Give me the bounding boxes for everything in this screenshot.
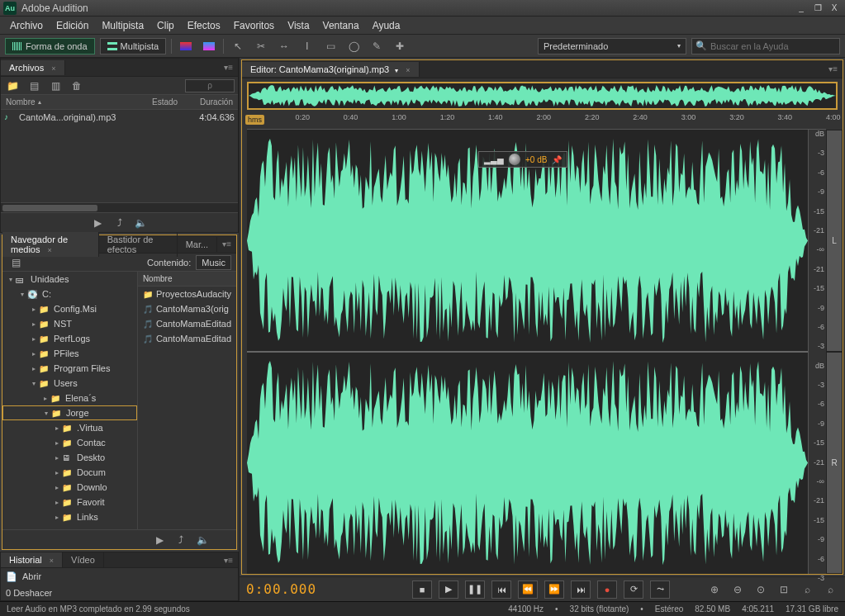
markers-tab[interactable]: Mar... bbox=[178, 237, 218, 252]
autoplay-button[interactable]: 🔈 bbox=[133, 216, 150, 230]
zoom-out-button[interactable]: ⊖ bbox=[729, 581, 746, 598]
tree-row[interactable]: ▸📁Links bbox=[2, 509, 137, 524]
play-preview-button[interactable]: ▶ bbox=[151, 533, 168, 547]
tree-row[interactable]: ▾📁Users bbox=[2, 376, 137, 391]
channel-r-button[interactable]: R bbox=[826, 352, 843, 574]
arrow-right-icon[interactable]: ▸ bbox=[40, 395, 50, 402]
arrow-right-icon[interactable]: ▸ bbox=[52, 424, 62, 432]
loop-button[interactable]: ⟳ bbox=[624, 580, 643, 599]
panel-menu-button[interactable]: ▾≡ bbox=[824, 64, 843, 73]
history-open-label[interactable]: Abrir bbox=[22, 571, 41, 581]
filter-input[interactable]: ρ bbox=[185, 79, 235, 92]
waveform-display[interactable]: ▂▃▅ +0 dB 📌 bbox=[247, 130, 808, 574]
close-button[interactable]: X bbox=[827, 2, 842, 14]
fastforward-button[interactable]: ⏩ bbox=[544, 580, 564, 599]
tree-row[interactable]: ▾🖴Unidades bbox=[2, 272, 137, 287]
menu-favoritos[interactable]: Favoritos bbox=[227, 17, 281, 34]
zoom-out-point-button[interactable]: ⌕ bbox=[822, 581, 838, 598]
arrow-right-icon[interactable]: ▸ bbox=[52, 454, 62, 462]
arrow-down-icon[interactable]: ▾ bbox=[41, 410, 51, 417]
timecode-display[interactable]: 0:00.000 bbox=[246, 581, 316, 597]
arrow-right-icon[interactable]: ▸ bbox=[52, 514, 62, 521]
zoom-full-button[interactable]: ⊙ bbox=[752, 581, 769, 598]
help-search-input[interactable] bbox=[710, 41, 836, 51]
tree-row[interactable]: ▸📁Docum bbox=[2, 465, 137, 480]
import-button[interactable]: ▥ bbox=[47, 78, 64, 93]
skip-selection-button[interactable]: ⤳ bbox=[650, 580, 670, 599]
tree-row[interactable]: ▸📁Config.Msi bbox=[2, 301, 137, 316]
pin-icon[interactable]: 📌 bbox=[552, 155, 562, 164]
horizontal-scrollbar[interactable] bbox=[1, 202, 238, 212]
editor-tab[interactable]: Editor: CantoMama3(original).mp3 ▾ × bbox=[242, 62, 420, 77]
panel-menu-button[interactable]: ▾≡ bbox=[217, 239, 236, 249]
menu-multipista[interactable]: Multipista bbox=[95, 17, 150, 34]
pitch-view-button[interactable] bbox=[200, 38, 218, 54]
close-icon[interactable]: × bbox=[48, 246, 52, 254]
spectral-view-button[interactable] bbox=[177, 38, 195, 54]
folder-tree[interactable]: ▾🖴Unidades▾💽C:▸📁Config.Msi▸📁NST▸📁PerfLog… bbox=[2, 272, 138, 529]
menu-edicion[interactable]: Edición bbox=[50, 17, 95, 34]
drives-button[interactable]: ▤ bbox=[7, 255, 24, 270]
column-estado[interactable]: Estado bbox=[147, 97, 188, 107]
media-browser-tab[interactable]: Navegador de medios × bbox=[2, 232, 99, 257]
tree-row[interactable]: ▸📁Downlo bbox=[2, 480, 137, 495]
timeline-ruler[interactable]: hms 0:200:401:001:201:402:002:202:403:00… bbox=[247, 113, 826, 130]
play-button[interactable]: ▶ bbox=[439, 580, 458, 599]
file-row[interactable]: ♪ CantoMa...original).mp3 4:04.636 bbox=[1, 110, 238, 125]
goto-end-button[interactable]: ⏭ bbox=[571, 580, 591, 599]
arrow-right-icon[interactable]: ▸ bbox=[52, 469, 62, 476]
goto-start-button[interactable]: ⏮ bbox=[491, 580, 511, 599]
media-file-row[interactable]: 🎵CantoMamaEditad bbox=[138, 331, 236, 346]
media-file-row[interactable]: 🎵CantoMamaEditad bbox=[138, 316, 236, 331]
history-tab[interactable]: Historial × bbox=[1, 552, 63, 567]
open-in-editor-button[interactable]: ⤴ bbox=[112, 216, 128, 230]
close-icon[interactable]: × bbox=[50, 557, 54, 565]
media-file-row[interactable]: 📁ProyectosAudacity bbox=[138, 287, 236, 301]
channel-l-button[interactable]: L bbox=[826, 130, 843, 352]
arrow-right-icon[interactable]: ▸ bbox=[52, 439, 62, 447]
arrow-right-icon[interactable]: ▸ bbox=[29, 365, 39, 372]
delete-button[interactable]: 🗑 bbox=[69, 78, 85, 93]
arrow-right-icon[interactable]: ▸ bbox=[29, 350, 39, 358]
stop-button[interactable]: ■ bbox=[412, 580, 432, 599]
menu-archivo[interactable]: Archivo bbox=[3, 17, 50, 34]
menu-ventana[interactable]: Ventana bbox=[316, 17, 366, 34]
slip-tool[interactable]: ↔ bbox=[275, 38, 293, 54]
column-duracion[interactable]: Duración bbox=[188, 97, 238, 107]
close-icon[interactable]: × bbox=[406, 66, 410, 74]
content-path[interactable]: Music bbox=[196, 255, 231, 270]
open-in-editor-button[interactable]: ⤴ bbox=[173, 533, 189, 547]
zoom-selection-button[interactable]: ⊡ bbox=[776, 581, 792, 598]
arrow-right-icon[interactable]: ▸ bbox=[29, 335, 39, 343]
brush-tool[interactable]: ✎ bbox=[368, 38, 386, 54]
open-file-button[interactable]: 📁 bbox=[4, 78, 21, 93]
files-tab[interactable]: Archivos × bbox=[1, 60, 65, 75]
tree-row[interactable]: ▸📁PFiles bbox=[2, 346, 137, 361]
tree-row[interactable]: ▾💽C: bbox=[2, 287, 137, 301]
zoom-in-point-button[interactable]: ⌕ bbox=[799, 581, 815, 598]
restore-button[interactable]: ❐ bbox=[810, 2, 825, 14]
time-select-tool[interactable]: Ⅰ bbox=[298, 38, 316, 54]
arrow-right-icon[interactable]: ▸ bbox=[29, 320, 39, 328]
rewind-button[interactable]: ⏪ bbox=[518, 580, 538, 599]
help-search-box[interactable]: 🔍 bbox=[691, 38, 840, 54]
razor-tool[interactable]: ✂ bbox=[252, 38, 270, 54]
arrow-down-icon[interactable]: ▾ bbox=[29, 380, 39, 387]
tree-row[interactable]: ▸📁.Virtua bbox=[2, 420, 137, 435]
menu-ayuda[interactable]: Ayuda bbox=[366, 17, 407, 34]
arrow-down-icon[interactable]: ▾ bbox=[6, 276, 16, 283]
panel-menu-button[interactable]: ▾≡ bbox=[219, 63, 238, 72]
move-tool[interactable]: ↖ bbox=[229, 38, 247, 54]
tree-row[interactable]: ▸📁Contac bbox=[2, 435, 137, 450]
arrow-down-icon[interactable]: ▾ bbox=[17, 291, 27, 298]
autoplay-button[interactable]: 🔈 bbox=[194, 533, 211, 547]
media-file-row[interactable]: 🎵CantoMama3(orig bbox=[138, 301, 236, 316]
tree-row[interactable]: ▸📁Favorit bbox=[2, 495, 137, 509]
column-nombre[interactable]: Nombre▴ bbox=[1, 97, 147, 107]
zoom-in-button[interactable]: ⊕ bbox=[706, 581, 723, 598]
workspace-selector[interactable]: Predeterminado ▾ bbox=[538, 38, 686, 54]
file-column-header[interactable]: Nombre bbox=[138, 272, 236, 287]
tree-row[interactable]: ▾📁Jorge bbox=[2, 405, 137, 420]
menu-efectos[interactable]: Efectos bbox=[181, 17, 227, 34]
tree-row[interactable]: ▸📁PerfLogs bbox=[2, 331, 137, 346]
